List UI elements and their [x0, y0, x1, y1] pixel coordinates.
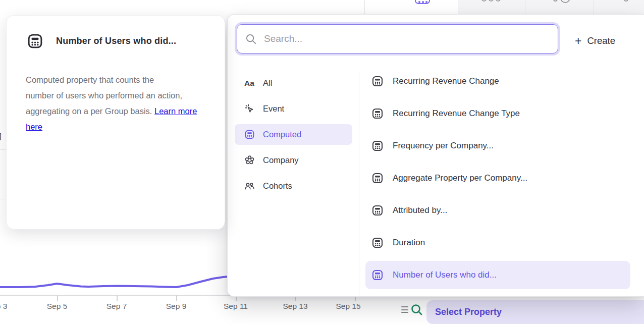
property-picker-panel: + Create Aa All Event [227, 14, 644, 297]
axis-label: Sep 5 [47, 302, 68, 311]
company-icon [244, 155, 255, 166]
cohorts-icon [244, 181, 255, 191]
axis-label: Sep 7 [106, 302, 127, 311]
property-label: Duration [393, 238, 425, 248]
calculator-icon [27, 33, 43, 49]
calculator-icon [371, 269, 384, 281]
description-line: aggregating on a per Group basis. [26, 106, 152, 116]
property-tooltip-card: Number of Users who did... Computed prop… [6, 15, 225, 230]
calculator-icon [371, 75, 384, 87]
event-click-icon [244, 103, 255, 114]
property-row[interactable]: Frequency per Company... [365, 132, 630, 160]
property-label: Recurring Revenue Change Type [393, 109, 520, 119]
category-label: All [263, 78, 272, 88]
calculator-icon [371, 172, 384, 184]
drag-handle-icon[interactable] [401, 306, 408, 315]
axis-label: Sep 13 [283, 302, 307, 311]
tooltip-header: Number of Users who did... [27, 33, 176, 49]
select-property-field[interactable]: Select Property [426, 300, 644, 324]
property-row[interactable]: Recurring Revenue Change [365, 67, 630, 95]
category-label: Company [263, 155, 299, 165]
property-label: Frequency per Company... [393, 141, 494, 151]
select-property-label: Select Property [435, 307, 502, 317]
panel-column-divider [359, 71, 359, 297]
description-line: number of users who performed an action, [26, 91, 182, 100]
search-icon [245, 33, 257, 45]
clipped-background-text: y] [0, 132, 2, 140]
axis-label: Sep 11 [224, 302, 248, 311]
screen: Sep 3 Sep 5 Sep 7 Sep 9 Sep 11 Sep 13 Se… [0, 0, 644, 324]
category-event[interactable]: Event [235, 98, 352, 119]
property-search-icon [410, 303, 424, 317]
property-label: Recurring Revenue Change [393, 76, 499, 86]
property-row[interactable]: Recurring Revenue Change Type [365, 99, 630, 128]
search-box[interactable] [237, 24, 558, 53]
category-cohorts[interactable]: Cohorts [235, 176, 352, 196]
axis-tick [117, 295, 118, 301]
property-row-selected[interactable]: Number of Users who did... [365, 261, 630, 289]
search-input[interactable] [264, 33, 558, 44]
property-row[interactable]: Attributed by... [365, 196, 630, 225]
tab-computed-icon[interactable] [415, 0, 430, 4]
property-label: Attributed by... [393, 205, 447, 215]
property-row[interactable]: Duration [365, 229, 630, 257]
category-label: Cohorts [263, 181, 292, 191]
category-all[interactable]: Aa All [235, 73, 352, 93]
calculator-icon [371, 107, 384, 120]
text-aa-icon: Aa [244, 79, 255, 88]
category-company[interactable]: Company [235, 150, 352, 171]
axis-label: Sep 15 [336, 302, 360, 311]
calculator-icon [244, 129, 255, 140]
axis-label: Sep 9 [166, 302, 187, 311]
category-label: Event [263, 104, 284, 114]
calculator-icon [371, 237, 384, 249]
category-label: Computed [263, 130, 301, 139]
axis-tick [176, 295, 177, 301]
tab-bar [458, 0, 644, 15]
tooltip-title: Number of Users who did... [56, 36, 176, 46]
calculator-icon [371, 140, 384, 152]
property-label: Number of Users who did... [393, 270, 497, 280]
calculator-icon [371, 204, 384, 217]
description-line: Computed property that counts the [26, 75, 154, 84]
tooltip-description: Computed property that counts the number… [26, 72, 211, 135]
create-button[interactable]: + Create [575, 35, 615, 46]
category-computed[interactable]: Computed [235, 124, 352, 145]
property-row[interactable]: Aggregate Property per Company... [365, 164, 630, 192]
axis-tick [57, 295, 58, 301]
axis-label: Sep 3 [0, 302, 7, 311]
property-label: Aggregate Property per Company... [393, 173, 527, 183]
tab-separator [594, 0, 594, 15]
plus-icon: + [575, 35, 581, 46]
tab-separator [525, 0, 525, 15]
panel-divider-line [364, 0, 365, 15]
